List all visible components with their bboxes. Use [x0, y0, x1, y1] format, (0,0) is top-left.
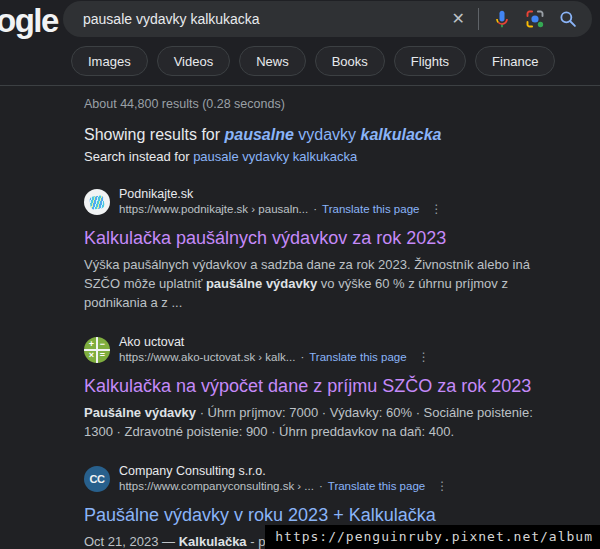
search-header: ogle ✕: [0, 0, 600, 86]
result-site-link[interactable]: +− ×= Ako uctovat https://www.ako-uctova…: [84, 335, 556, 365]
tab-videos[interactable]: Videos: [157, 46, 231, 76]
result-snippet: Výška paušálnych výdavkov a sadzba dane …: [84, 255, 556, 312]
tab-images[interactable]: Images: [71, 46, 148, 76]
more-options-icon[interactable]: ⋮: [418, 350, 430, 365]
site-name: Company Consulting s.r.o.: [119, 464, 448, 479]
tab-finance[interactable]: Finance: [475, 46, 555, 76]
search-instead-line: Search instead for pausale vydavky kalku…: [84, 149, 570, 164]
result-site-link[interactable]: CC Company Consulting s.r.o. https://www…: [84, 464, 556, 494]
search-result: +− ×= Ako uctovat https://www.ako-uctova…: [84, 335, 556, 441]
translate-link[interactable]: Translate this page: [322, 202, 419, 217]
more-options-icon[interactable]: ⋮: [436, 479, 448, 494]
site-favicon-calculator-icon: +− ×=: [84, 337, 110, 363]
url-separator: ·: [300, 350, 304, 365]
result-snippet: Paušálne výdavky · Úhrn príjmov: 7000 · …: [84, 403, 556, 441]
site-favicon-podnikajte-icon: [84, 189, 110, 215]
corrected-query-link[interactable]: pausalne vydavky kalkulacka: [225, 126, 442, 143]
result-site-link[interactable]: Podnikajte.sk https://www.podnikajte.sk …: [84, 187, 556, 217]
search-filter-tabs: Images Videos News Books Flights Finance: [71, 46, 555, 76]
breadcrumb: https://www.companyconsulting.sk › ...: [119, 479, 314, 494]
breadcrumb: https://www.podnikajte.sk › pausaln...: [119, 202, 308, 217]
result-stats: About 44,800 results (0.28 seconds): [84, 97, 570, 111]
google-logo[interactable]: ogle: [0, 2, 58, 40]
site-name: Ako uctovat: [119, 335, 430, 350]
search-input[interactable]: [83, 11, 452, 27]
clear-search-icon[interactable]: ✕: [452, 11, 465, 27]
url-separator: ·: [319, 479, 323, 494]
site-name: Podnikajte.sk: [119, 187, 442, 202]
translate-link[interactable]: Translate this page: [328, 479, 425, 494]
showing-prefix: Showing results for: [84, 126, 225, 143]
search-submit-icon[interactable]: [558, 9, 578, 29]
tab-news[interactable]: News: [239, 46, 306, 76]
tab-books[interactable]: Books: [315, 46, 385, 76]
searchbox-divider: [478, 8, 479, 30]
tab-flights[interactable]: Flights: [394, 46, 466, 76]
result-title-link[interactable]: Paušálne výdavky v roku 2023 + Kalkulačk…: [84, 503, 556, 527]
more-options-icon[interactable]: ⋮: [430, 202, 442, 217]
search-box[interactable]: ✕: [63, 1, 592, 37]
search-result: Podnikajte.sk https://www.podnikajte.sk …: [84, 187, 556, 312]
original-query-link[interactable]: pausale vydavky kalkukacka: [193, 149, 357, 164]
results-area: About 44,800 results (0.28 seconds) Show…: [0, 86, 600, 549]
spell-suggestion: Showing results for pausalne vydavky kal…: [84, 126, 570, 164]
result-title-link[interactable]: Kalkulačka na výpočet dane z príjmu SZČO…: [84, 374, 556, 398]
google-lens-icon[interactable]: [525, 9, 545, 29]
breadcrumb: https://www.ako-uctovat.sk › kalk...: [119, 350, 295, 365]
instead-prefix: Search instead for: [84, 149, 193, 164]
microphone-icon[interactable]: [492, 9, 512, 29]
result-title-link[interactable]: Kalkulačka paušálnych výdavkov za rok 20…: [84, 226, 556, 250]
translate-link[interactable]: Translate this page: [309, 350, 406, 365]
watermark-url: https://penguinruby.pixnet.net/album: [265, 525, 600, 549]
url-separator: ·: [313, 202, 317, 217]
showing-results-line: Showing results for pausalne vydavky kal…: [84, 126, 570, 144]
site-favicon-cc-icon: CC: [84, 466, 110, 492]
